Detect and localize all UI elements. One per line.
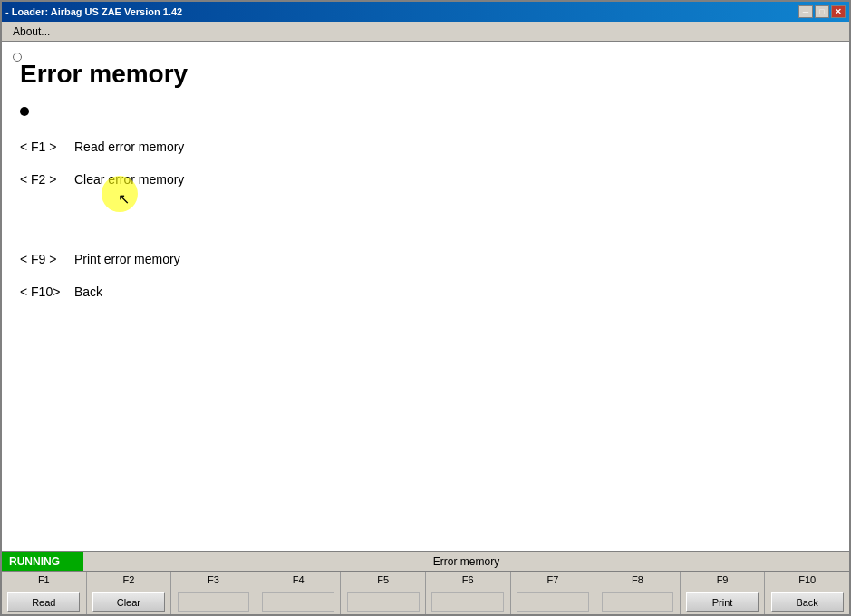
fkey-label-f9: F9 [717, 575, 729, 585]
fkey-label-f7: F7 [546, 575, 558, 585]
fkey-button-f5 [347, 592, 420, 612]
fkey-button-f4 [262, 592, 334, 612]
option-f1: < F1 > Read error memory [20, 134, 831, 159]
main-window: - Loader: Airbag US ZAE Version 1.42 ─ □… [0, 0, 851, 616]
option-f1-key: < F1 > [20, 134, 74, 159]
content-area: Error memory ↖ < F1 > Read error memory … [2, 42, 849, 551]
menu-options: < F1 > Read error memory < F2 > Clear er… [20, 134, 831, 304]
fkey-group-f7: F7 [511, 572, 596, 614]
fkey-label-f2: F2 [122, 575, 134, 585]
running-badge: RUNNING [2, 552, 83, 572]
fkey-button-f1[interactable]: Read [7, 592, 80, 612]
fkey-group-f3: F3 [171, 572, 256, 614]
title-bar: - Loader: Airbag US ZAE Version 1.42 ─ □… [2, 2, 849, 22]
option-f9: < F9 > Print error memory [20, 246, 831, 272]
option-f10-text: Back [74, 279, 102, 304]
fkey-button-f2[interactable]: Clear [92, 592, 165, 612]
minimize-button[interactable]: ─ [798, 5, 813, 18]
status-bar: RUNNING Error memory [2, 551, 849, 571]
fkey-group-f5: F5 [341, 572, 426, 614]
option-f10-key: < F10> [20, 279, 74, 304]
bullet-indicator [20, 107, 29, 116]
fkey-label-f6: F6 [462, 575, 474, 585]
fkey-label-f10: F10 [798, 575, 816, 585]
fkey-group-f9: F9 Print [681, 572, 766, 614]
fkey-button-f6 [431, 592, 504, 612]
indicator-circle [13, 53, 22, 62]
fkey-label-f4: F4 [293, 575, 305, 585]
fkey-button-f7 [517, 592, 589, 612]
fkey-label-f3: F3 [208, 575, 219, 585]
fkey-button-f10[interactable]: Back [771, 592, 844, 612]
status-area: RUNNING Error memory F1 Read F2 Clear F3… [2, 551, 849, 614]
option-f10: < F10> Back [20, 279, 831, 304]
title-bar-buttons: ─ □ ✕ [798, 5, 846, 18]
fkey-button-f8 [602, 592, 674, 612]
menu-bar: About... [2, 22, 849, 42]
window-title: - Loader: Airbag US ZAE Version 1.42 [5, 6, 182, 17]
menu-item-about[interactable]: About... [5, 24, 57, 40]
fkey-label-f8: F8 [632, 575, 643, 585]
status-text: Error memory [83, 555, 849, 568]
options-lower: < F9 > Print error memory < F10> Back [20, 246, 831, 304]
fkey-group-f4: F4 [256, 572, 342, 614]
close-button[interactable]: ✕ [831, 5, 846, 18]
fkey-group-f8: F8 [595, 572, 681, 614]
option-f2-text: Clear error memory [74, 167, 184, 192]
page-title: Error memory [20, 60, 831, 89]
option-f9-key: < F9 > [20, 246, 74, 272]
maximize-button[interactable]: □ [815, 5, 829, 18]
option-f2-key: < F2 > [20, 167, 74, 192]
fkey-label-f5: F5 [377, 575, 389, 585]
fkey-button-f3 [178, 592, 250, 612]
option-f2: < F2 > Clear error memory [20, 167, 831, 192]
fkey-group-f2: F2 Clear [87, 572, 172, 614]
option-f9-text: Print error memory [74, 246, 180, 272]
fkey-button-f9[interactable]: Print [686, 592, 759, 612]
fkey-group-f10: F10 Back [765, 572, 849, 614]
option-f1-text: Read error memory [74, 134, 184, 159]
fkey-bar: F1 Read F2 Clear F3 F4 F5 [2, 571, 849, 614]
fkey-group-f1: F1 Read [2, 572, 87, 614]
fkey-label-f1: F1 [38, 575, 50, 585]
fkey-group-f6: F6 [426, 572, 511, 614]
